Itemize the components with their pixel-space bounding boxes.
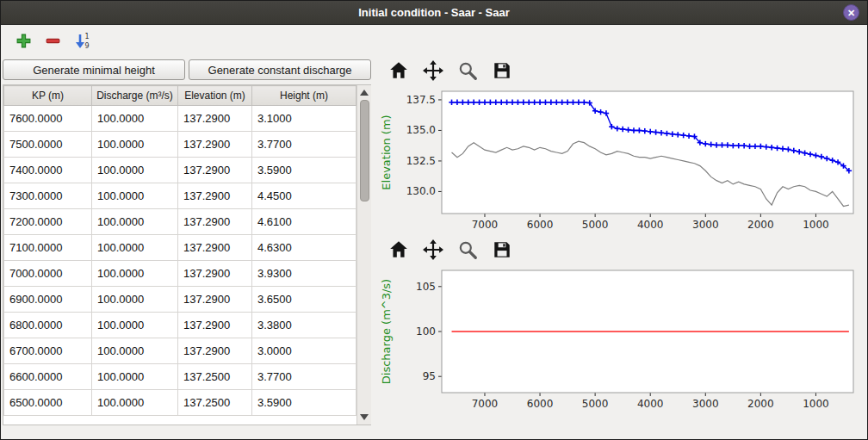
table-cell[interactable]: 3.5900 (252, 158, 356, 183)
svg-text:130.0: 130.0 (406, 185, 436, 197)
table-cell[interactable]: 100.0000 (92, 235, 178, 261)
table-cell[interactable]: 7400.0000 (4, 158, 92, 183)
table-cell[interactable]: 137.2900 (178, 261, 252, 287)
table-cell[interactable]: 137.2500 (178, 390, 252, 416)
column-header[interactable]: Elevation (m) (178, 86, 252, 106)
svg-text:6000: 6000 (527, 219, 554, 231)
table-cell[interactable]: 100.0000 (92, 313, 178, 338)
discharge-save-button[interactable] (490, 238, 514, 262)
table-cell[interactable]: 6600.0000 (4, 364, 92, 390)
add-row-button[interactable] (11, 28, 35, 53)
column-header[interactable]: Discharge (m³/s) (92, 86, 178, 106)
table-cell[interactable]: 7500.0000 (4, 132, 92, 158)
table-row[interactable]: 7200.0000100.0000137.29004.6100 (4, 209, 356, 235)
table-row[interactable]: 7600.0000100.0000137.29003.1000 (4, 106, 356, 132)
table-cell[interactable]: 100.0000 (92, 390, 178, 416)
table-row[interactable]: 6600.0000100.0000137.25003.7700 (4, 364, 356, 390)
elevation-home-button[interactable] (387, 59, 411, 83)
table-cell[interactable]: 7600.0000 (4, 106, 92, 132)
discharge-chart-toolbar (378, 235, 864, 264)
scrollbar-thumb[interactable] (360, 100, 369, 201)
table-cell[interactable]: 100.0000 (92, 158, 178, 183)
table-cell[interactable]: 7200.0000 (4, 209, 92, 235)
table-cell[interactable]: 7300.0000 (4, 183, 92, 209)
home-icon (388, 60, 409, 81)
table-cell[interactable]: 3.3800 (252, 313, 356, 338)
table-row[interactable]: 6900.0000100.0000137.29003.6500 (4, 287, 356, 313)
table-row[interactable]: 7400.0000100.0000137.29003.5900 (4, 158, 356, 183)
table-cell[interactable]: 137.2900 (178, 235, 252, 261)
svg-text:105: 105 (416, 281, 436, 293)
vertical-scrollbar[interactable] (356, 85, 371, 425)
table-row[interactable]: 6700.0000100.0000137.29003.0000 (4, 338, 356, 364)
initial-condition-table: KP (m)Discharge (m³/s)Elevation (m)Heigh… (3, 85, 356, 416)
svg-text:9: 9 (84, 42, 89, 50)
table-cell[interactable]: 7100.0000 (4, 235, 92, 261)
svg-text:1000: 1000 (803, 398, 829, 410)
table-cell[interactable]: 137.2900 (178, 106, 252, 132)
table-cell[interactable]: 4.6100 (252, 209, 356, 235)
table-row[interactable]: 6500.0000100.0000137.25003.5900 (4, 390, 356, 416)
discharge-home-button[interactable] (387, 238, 411, 262)
generate-buttons-row: Generate minimal height Generate constan… (3, 59, 371, 80)
table-row[interactable]: 6800.0000100.0000137.29003.3800 (4, 313, 356, 338)
table-row[interactable]: 7000.0000100.0000137.29003.9300 (4, 261, 356, 287)
table-cell[interactable]: 3.1000 (252, 106, 356, 132)
table-cell[interactable]: 4.6300 (252, 235, 356, 261)
table-cell[interactable]: 137.2900 (178, 313, 252, 338)
table-cell[interactable]: 3.0000 (252, 338, 356, 364)
svg-text:5000: 5000 (582, 219, 609, 231)
table-cell[interactable]: 100.0000 (92, 209, 178, 235)
close-button[interactable]: ✕ (843, 4, 859, 21)
svg-text:4000: 4000 (637, 219, 664, 231)
right-panel: 7000600050004000300020001000130.0132.513… (373, 56, 867, 425)
table-cell[interactable]: 100.0000 (92, 183, 178, 209)
svg-text:3000: 3000 (692, 398, 719, 410)
table-cell[interactable]: 6500.0000 (4, 390, 92, 416)
svg-text:7000: 7000 (472, 219, 499, 231)
elevation-zoom-button[interactable] (456, 59, 480, 83)
table-row[interactable]: 7300.0000100.0000137.29004.4500 (4, 183, 356, 209)
elevation-save-button[interactable] (490, 59, 514, 83)
table-cell[interactable]: 3.9300 (252, 261, 356, 287)
discharge-zoom-button[interactable] (456, 238, 480, 262)
table-cell[interactable]: 100.0000 (92, 364, 178, 390)
table-cell[interactable]: 100.0000 (92, 106, 178, 132)
scroll-down-arrow-icon[interactable] (360, 414, 369, 420)
table-cell[interactable]: 100.0000 (92, 338, 178, 364)
table-cell[interactable]: 7000.0000 (4, 261, 92, 287)
table-row[interactable]: 7500.0000100.0000137.29003.7700 (4, 132, 356, 158)
table-cell[interactable]: 6700.0000 (4, 338, 92, 364)
table-cell[interactable]: 137.2900 (178, 158, 252, 183)
table-cell[interactable]: 137.2900 (178, 209, 252, 235)
table-cell[interactable]: 100.0000 (92, 261, 178, 287)
left-panel: Generate minimal height Generate constan… (1, 56, 373, 425)
table-header: KP (m)Discharge (m³/s)Elevation (m)Heigh… (4, 86, 356, 106)
table-cell[interactable]: 6800.0000 (4, 313, 92, 338)
remove-row-button[interactable] (40, 28, 65, 53)
column-header[interactable]: Height (m) (252, 86, 356, 106)
elevation-pan-button[interactable] (421, 59, 445, 83)
scroll-up-arrow-icon[interactable] (360, 90, 369, 96)
zoom-icon (457, 60, 478, 81)
table-cell[interactable]: 100.0000 (92, 287, 178, 313)
table-cell[interactable]: 137.2900 (178, 183, 252, 209)
sort-button[interactable]: 1 9 (70, 28, 94, 53)
generate-constant-discharge-button[interactable]: Generate constant discharge (189, 59, 371, 80)
discharge-pan-button[interactable] (421, 238, 445, 262)
table-cell[interactable]: 4.4500 (252, 183, 356, 209)
table-cell[interactable]: 137.2900 (178, 132, 252, 158)
table-cell[interactable]: 3.5900 (252, 390, 356, 416)
table-cell[interactable]: 137.2500 (178, 364, 252, 390)
table-row[interactable]: 7100.0000100.0000137.29004.6300 (4, 235, 356, 261)
table-cell[interactable]: 100.0000 (92, 132, 178, 158)
generate-minimal-height-button[interactable]: Generate minimal height (3, 59, 185, 80)
table-cell[interactable]: 3.7700 (252, 132, 356, 158)
column-header[interactable]: KP (m) (4, 86, 92, 106)
table-cell[interactable]: 137.2900 (178, 338, 252, 364)
table-cell[interactable]: 6900.0000 (4, 287, 92, 313)
table-cell[interactable]: 3.6500 (252, 287, 356, 313)
sort-numeric-icon: 1 9 (73, 32, 91, 50)
table-cell[interactable]: 137.2900 (178, 287, 252, 313)
table-cell[interactable]: 3.7700 (252, 364, 356, 390)
